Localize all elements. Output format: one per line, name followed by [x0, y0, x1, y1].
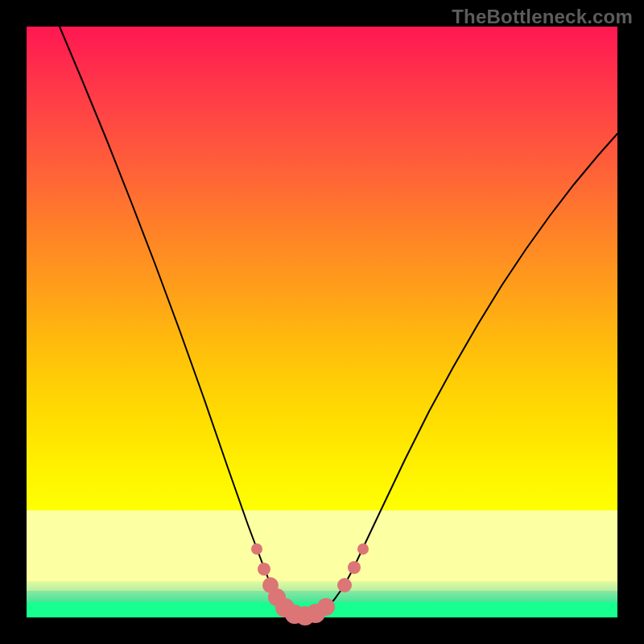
bottleneck-curve: [60, 27, 617, 616]
chart-frame: TheBottleneck.com: [0, 0, 644, 644]
bead-marker: [258, 563, 270, 576]
curve-layer: [27, 27, 617, 617]
bead-marker: [337, 578, 352, 592]
bead-marker: [348, 561, 361, 574]
bead-marker: [357, 543, 369, 555]
watermark-text: TheBottleneck.com: [452, 6, 633, 28]
bead-group: [251, 543, 369, 625]
bead-marker: [251, 543, 262, 555]
bead-marker: [317, 598, 335, 616]
